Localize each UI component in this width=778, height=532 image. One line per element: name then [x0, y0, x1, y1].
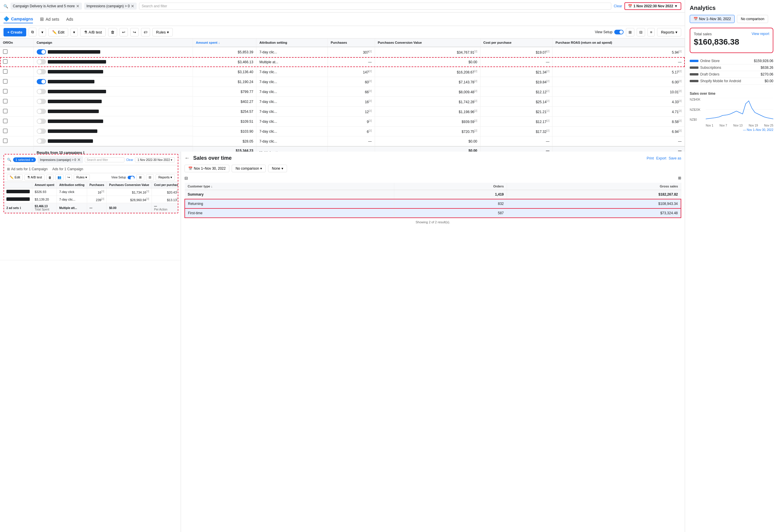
badge-close-icon[interactable]: ✕ — [31, 158, 33, 161]
adsets-people-btn[interactable]: 👥 — [55, 174, 64, 180]
col-header-cost[interactable]: Cost per purchase — [480, 39, 552, 47]
delete-button[interactable]: 🗑 — [108, 28, 117, 36]
nav-ad-sets[interactable]: ⊞ Ad sets — [40, 15, 59, 23]
checkbox-3[interactable] — [3, 79, 8, 84]
restore-button[interactable]: ↪ — [130, 28, 139, 36]
adsets-edit-btn[interactable]: ✏️ Edit — [7, 174, 23, 180]
adsets-rules-btn[interactable]: Rules ▾ — [74, 174, 90, 180]
checkbox-6[interactable] — [3, 109, 8, 113]
filter-tag-delivery[interactable]: Campaign Delivery is Active and 5 more ✕ — [10, 3, 82, 10]
col-header-roas[interactable]: Purchase ROAS (return on ad spend) — [552, 39, 685, 47]
toggle-7[interactable] — [37, 119, 46, 124]
row-checkbox[interactable] — [0, 47, 33, 57]
toggle-8[interactable] — [37, 129, 46, 134]
adsets-search[interactable]: Search and filter — [85, 157, 125, 162]
filter-icon[interactable]: ⊟ — [184, 176, 188, 180]
row-checkbox[interactable] — [0, 87, 33, 97]
row-checkbox[interactable] — [0, 127, 33, 136]
sales-col-customer-type[interactable]: Customer type ↓ — [185, 183, 394, 190]
checkbox-5[interactable] — [3, 99, 8, 103]
filter-close-delivery[interactable]: ✕ — [76, 4, 80, 8]
toggle-9[interactable] — [37, 139, 46, 144]
view-report-link[interactable]: View report — [752, 32, 769, 36]
toggle-2[interactable] — [37, 69, 46, 74]
export-button[interactable]: Export — [656, 156, 667, 160]
selected-badge[interactable]: 1 selected ✕ — [13, 157, 36, 162]
edit-button[interactable]: ✏️ Edit — [48, 28, 68, 36]
filter-search-box[interactable]: Search and filter — [139, 3, 611, 10]
checkbox-0[interactable] — [3, 49, 8, 54]
adsets-reports-btn[interactable]: Reports ▾ — [156, 174, 175, 180]
back-button[interactable]: ← — [184, 155, 190, 161]
grid-view-button[interactable]: ⊞ — [626, 28, 634, 36]
row-checkbox[interactable] — [0, 117, 33, 127]
checkbox-4[interactable] — [3, 89, 8, 93]
toggle-4[interactable] — [37, 89, 46, 94]
adsets-date-picker[interactable]: 1 Nov 2022-30 Nov 2022 ▾ — [135, 157, 175, 162]
row-checkbox[interactable] — [0, 77, 33, 87]
nav-campaigns[interactable]: 🔷 Campaigns — [3, 15, 33, 23]
column-settings-button[interactable]: ⊟ — [637, 28, 645, 36]
create-button[interactable]: + Create — [3, 28, 26, 36]
toggle-1[interactable] — [37, 59, 46, 64]
col-header-attribution[interactable]: Attribution setting — [256, 39, 328, 47]
sales-comparison-btn[interactable]: No comparison ▾ — [232, 165, 266, 172]
toggle-6[interactable] — [37, 109, 46, 114]
adsets-grid-btn[interactable]: ⊞ — [136, 174, 144, 180]
more-options-button[interactable]: ≡ — [647, 28, 655, 36]
adsets-delete-btn[interactable]: 🗑 — [46, 175, 54, 180]
adsets-nav-adsets[interactable]: ⊞ Ad sets for 1 Campaign — [7, 167, 48, 171]
filter-close-impressions[interactable]: ✕ — [131, 4, 134, 8]
col-header-conv-value[interactable]: Purchases Conversion Value — [375, 39, 480, 47]
row-checkbox[interactable] — [0, 136, 33, 147]
date-range-picker[interactable]: 📅 1 Nov 2022:30 Nov 2022 ▼ — [624, 2, 681, 10]
impressions-filter-close[interactable]: ✕ — [77, 157, 81, 162]
copy-button[interactable]: ⧉ — [28, 28, 36, 36]
rules-button[interactable]: Rules ▾ — [152, 28, 173, 36]
adsets-view-toggle[interactable] — [128, 176, 135, 179]
sales-col-gross[interactable]: Gross sales — [507, 183, 681, 190]
nav-ads[interactable]: Ads — [66, 16, 73, 23]
ab-test-button[interactable]: ⚗ A/B test — [80, 28, 106, 36]
col-header-purchases[interactable]: Purchases — [328, 39, 375, 47]
edit-dropdown[interactable]: ▾ — [71, 28, 78, 36]
adsets-col-cost[interactable]: Cost per purchase — [152, 182, 178, 188]
impressions-filter-tag[interactable]: Impressions (campaign) > 0 ✕ — [37, 156, 83, 163]
checkbox-9[interactable] — [3, 139, 8, 143]
adsets-col-btn[interactable]: ⊟ — [146, 174, 154, 180]
print-button[interactable]: Print — [646, 156, 654, 160]
col-header-campaign[interactable]: Campaign — [33, 39, 192, 47]
checkbox-7[interactable] — [3, 119, 8, 123]
row-checkbox[interactable] — [0, 107, 33, 117]
columns-icon[interactable]: ⊞ — [678, 176, 681, 180]
save-as-button[interactable]: Save as — [669, 156, 681, 160]
row-checkbox[interactable] — [0, 67, 33, 77]
toggle-3[interactable] — [37, 79, 46, 84]
sales-col-orders[interactable]: Orders — [394, 183, 507, 190]
tag-button[interactable]: 🏷 — [141, 28, 150, 36]
dropdown-button[interactable]: ▾ — [39, 28, 46, 36]
checkbox-1[interactable] — [3, 59, 8, 64]
col-header-amount[interactable]: Amount spent ↓ — [193, 39, 256, 47]
sales-none-btn[interactable]: None ▾ — [268, 165, 287, 172]
adsets-col-amount[interactable]: Amount spent — [32, 182, 57, 188]
adsets-ab-btn[interactable]: ⚗ A/B test — [24, 174, 45, 180]
row-checkbox[interactable] — [0, 97, 33, 107]
adsets-clear[interactable]: Clear — [126, 158, 133, 161]
adsets-restore-btn[interactable]: ↪ — [65, 174, 72, 180]
clear-filters-button[interactable]: Clear — [614, 4, 622, 8]
adsets-nav-ads[interactable]: Ads for 1 Campaign — [52, 167, 83, 171]
adsets-col-purchases[interactable]: Purchases — [87, 182, 107, 188]
toggle-0[interactable] — [37, 49, 46, 55]
toggle-5[interactable] — [37, 99, 46, 104]
checkbox-8[interactable] — [3, 129, 8, 133]
adsets-col-conv[interactable]: Purchases Conversion Value — [107, 182, 152, 188]
sales-date-btn[interactable]: 📅 Nov 1–Nov 30, 2022 — [184, 165, 229, 172]
adsets-col-attribution[interactable]: Attribution setting — [57, 182, 87, 188]
checkbox-2[interactable] — [3, 69, 8, 74]
row-checkbox[interactable] — [0, 57, 33, 67]
reports-button[interactable]: Reports ▾ — [657, 28, 681, 36]
undo-button[interactable]: ↩ — [120, 28, 128, 36]
analytics-comparison-btn[interactable]: No comparison — [737, 15, 768, 23]
view-setup-toggle[interactable] — [614, 30, 624, 34]
